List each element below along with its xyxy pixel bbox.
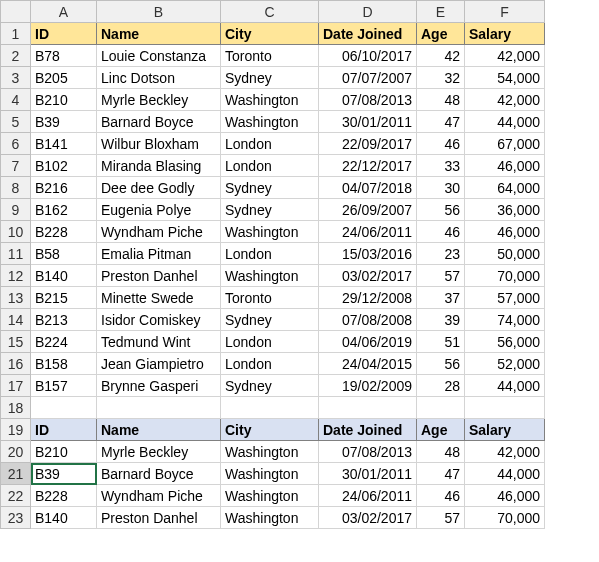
cell[interactable]: 33: [417, 155, 465, 177]
cell[interactable]: Miranda Blasing: [97, 155, 221, 177]
cell[interactable]: Washington: [221, 221, 319, 243]
cell[interactable]: Washington: [221, 89, 319, 111]
cell[interactable]: 70,000: [465, 507, 545, 529]
cell[interactable]: 74,000: [465, 309, 545, 331]
cell[interactable]: 32: [417, 67, 465, 89]
cell[interactable]: 19/02/2009: [319, 375, 417, 397]
row-header[interactable]: 14: [1, 309, 31, 331]
cell[interactable]: 22/09/2017: [319, 133, 417, 155]
cell[interactable]: Salary: [465, 23, 545, 45]
cell[interactable]: [97, 397, 221, 419]
cell[interactable]: ID: [31, 23, 97, 45]
cell[interactable]: 15/03/2016: [319, 243, 417, 265]
cell[interactable]: Eugenia Polye: [97, 199, 221, 221]
cell[interactable]: 42: [417, 45, 465, 67]
cell[interactable]: 26/09/2007: [319, 199, 417, 221]
cell[interactable]: 44,000: [465, 111, 545, 133]
cell[interactable]: 07/08/2013: [319, 89, 417, 111]
cell[interactable]: 24/04/2015: [319, 353, 417, 375]
row-header[interactable]: 19: [1, 419, 31, 441]
cell[interactable]: B140: [31, 265, 97, 287]
cell[interactable]: 56,000: [465, 331, 545, 353]
cell[interactable]: 42,000: [465, 45, 545, 67]
cell[interactable]: B228: [31, 485, 97, 507]
cell[interactable]: Sydney: [221, 309, 319, 331]
cell[interactable]: 44,000: [465, 375, 545, 397]
cell[interactable]: Sydney: [221, 177, 319, 199]
cell[interactable]: Toronto: [221, 45, 319, 67]
col-header-B[interactable]: B: [97, 1, 221, 23]
cell[interactable]: Date Joined: [319, 419, 417, 441]
cell[interactable]: 04/06/2019: [319, 331, 417, 353]
cell[interactable]: Washington: [221, 111, 319, 133]
cell[interactable]: Myrle Beckley: [97, 89, 221, 111]
cell[interactable]: Emalia Pitman: [97, 243, 221, 265]
cell[interactable]: B205: [31, 67, 97, 89]
cell[interactable]: 46: [417, 133, 465, 155]
cell[interactable]: Sydney: [221, 67, 319, 89]
row-header[interactable]: 11: [1, 243, 31, 265]
cell[interactable]: Barnard Boyce: [97, 111, 221, 133]
row-header[interactable]: 20: [1, 441, 31, 463]
cell[interactable]: Louie Constanza: [97, 45, 221, 67]
cell[interactable]: B228: [31, 221, 97, 243]
cell[interactable]: Minette Swede: [97, 287, 221, 309]
cell[interactable]: B140: [31, 507, 97, 529]
cell[interactable]: 36,000: [465, 199, 545, 221]
cell[interactable]: Washington: [221, 441, 319, 463]
row-header[interactable]: 4: [1, 89, 31, 111]
cell[interactable]: B224: [31, 331, 97, 353]
cell[interactable]: Washington: [221, 485, 319, 507]
cell[interactable]: Name: [97, 23, 221, 45]
cell[interactable]: London: [221, 243, 319, 265]
cell[interactable]: 47: [417, 463, 465, 485]
cell[interactable]: Dee dee Godly: [97, 177, 221, 199]
cell[interactable]: Barnard Boyce: [97, 463, 221, 485]
cell[interactable]: 24/06/2011: [319, 485, 417, 507]
cell[interactable]: Date Joined: [319, 23, 417, 45]
cell[interactable]: [417, 397, 465, 419]
cell[interactable]: Age: [417, 419, 465, 441]
cell[interactable]: Age: [417, 23, 465, 45]
cell[interactable]: Brynne Gasperi: [97, 375, 221, 397]
col-header-E[interactable]: E: [417, 1, 465, 23]
cell[interactable]: 03/02/2017: [319, 507, 417, 529]
row-header[interactable]: 18: [1, 397, 31, 419]
cell-active[interactable]: B39: [31, 463, 97, 485]
cell[interactable]: 03/02/2017: [319, 265, 417, 287]
cell[interactable]: B213: [31, 309, 97, 331]
row-header[interactable]: 21: [1, 463, 31, 485]
cell[interactable]: 23: [417, 243, 465, 265]
cell[interactable]: City: [221, 419, 319, 441]
cell[interactable]: 48: [417, 89, 465, 111]
cell[interactable]: Salary: [465, 419, 545, 441]
cell[interactable]: Myrle Beckley: [97, 441, 221, 463]
cell[interactable]: 06/10/2017: [319, 45, 417, 67]
cell[interactable]: 42,000: [465, 441, 545, 463]
cell[interactable]: B58: [31, 243, 97, 265]
col-header-C[interactable]: C: [221, 1, 319, 23]
row-header[interactable]: 22: [1, 485, 31, 507]
select-all-corner[interactable]: [1, 1, 31, 23]
row-header[interactable]: 9: [1, 199, 31, 221]
cell[interactable]: B157: [31, 375, 97, 397]
cell[interactable]: London: [221, 133, 319, 155]
cell[interactable]: 30/01/2011: [319, 463, 417, 485]
cell[interactable]: B216: [31, 177, 97, 199]
cell[interactable]: B141: [31, 133, 97, 155]
cell[interactable]: 44,000: [465, 463, 545, 485]
cell[interactable]: B210: [31, 89, 97, 111]
cell[interactable]: B215: [31, 287, 97, 309]
cell[interactable]: 29/12/2008: [319, 287, 417, 309]
row-header[interactable]: 6: [1, 133, 31, 155]
cell[interactable]: London: [221, 331, 319, 353]
cell[interactable]: 46,000: [465, 221, 545, 243]
cell[interactable]: 07/08/2013: [319, 441, 417, 463]
col-header-F[interactable]: F: [465, 1, 545, 23]
cell[interactable]: 22/12/2017: [319, 155, 417, 177]
row-header[interactable]: 17: [1, 375, 31, 397]
cell[interactable]: [319, 397, 417, 419]
cell[interactable]: Toronto: [221, 287, 319, 309]
cell[interactable]: Wyndham Piche: [97, 221, 221, 243]
row-header[interactable]: 5: [1, 111, 31, 133]
